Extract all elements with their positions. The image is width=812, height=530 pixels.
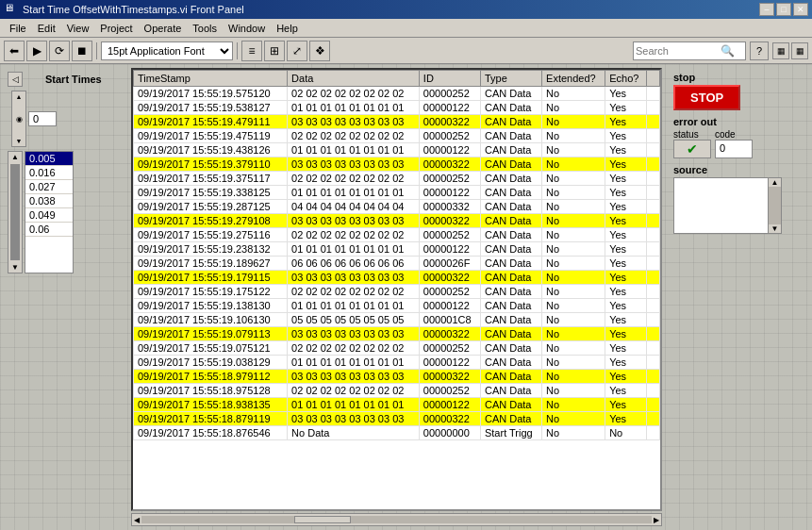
time-item[interactable]: 0.049 bbox=[25, 208, 73, 223]
cell-blank bbox=[647, 271, 660, 285]
cell-id: 00000122 bbox=[419, 101, 480, 115]
table-row[interactable]: 09/19/2017 15:55:19.23813201 01 01 01 01… bbox=[134, 242, 660, 257]
cell-extended: No bbox=[542, 370, 605, 384]
cell-blank bbox=[647, 313, 660, 327]
menu-item-window[interactable]: Window bbox=[223, 21, 271, 36]
time-item[interactable]: 0.06 bbox=[25, 223, 73, 237]
source-scroll-up-icon[interactable]: ▲ bbox=[769, 178, 781, 187]
col-data: Data bbox=[288, 71, 420, 87]
menu-item-operate[interactable]: Operate bbox=[139, 21, 188, 36]
menu-bar: FileEditViewProjectOperateToolsWindowHel… bbox=[0, 19, 812, 38]
cell-extended: No bbox=[542, 271, 605, 285]
table-row[interactable]: 09/19/2017 15:55:19.03812901 01 01 01 01… bbox=[134, 356, 660, 370]
table-row[interactable]: 09/19/2017 15:55:19.37911003 03 03 03 03… bbox=[134, 157, 660, 172]
grid-button-2[interactable]: ▦ bbox=[791, 42, 808, 59]
cell-timestamp: 09/19/2017 15:55:19.475119 bbox=[134, 129, 288, 143]
reorder-button[interactable]: ❖ bbox=[309, 41, 330, 61]
time-item[interactable]: 0.027 bbox=[25, 180, 73, 194]
h-scroll-thumb[interactable] bbox=[294, 516, 351, 523]
scroll-down-icon[interactable]: ▼ bbox=[10, 262, 20, 273]
main-area: ◁ Start Times ▲ ◉ ▼ 0 ▲ ▼ 0.0050.0160.02… bbox=[0, 64, 812, 530]
table-row[interactable]: 09/19/2017 15:55:19.27910803 03 03 03 03… bbox=[134, 214, 660, 228]
menu-item-tools[interactable]: Tools bbox=[187, 21, 223, 36]
table-row[interactable]: 09/19/2017 15:55:19.07512102 02 02 02 02… bbox=[134, 341, 660, 356]
table-row[interactable]: 09/19/2017 15:55:19.18962706 06 06 06 06… bbox=[134, 257, 660, 271]
cell-data: 03 03 03 03 03 03 03 03 bbox=[288, 157, 420, 172]
table-row[interactable]: 09/19/2017 15:55:18.97512802 02 02 02 02… bbox=[134, 384, 660, 398]
cell-data: 04 04 04 04 04 04 04 04 bbox=[288, 200, 420, 214]
cell-timestamp: 09/19/2017 15:55:19.275116 bbox=[134, 228, 288, 242]
table-row[interactable]: 09/19/2017 15:55:19.17911503 03 03 03 03… bbox=[134, 271, 660, 285]
font-selector[interactable]: 15pt Application Font bbox=[101, 41, 233, 60]
cell-blank bbox=[647, 228, 660, 242]
menu-item-file[interactable]: File bbox=[4, 21, 32, 36]
table-row[interactable]: 09/19/2017 15:55:19.27511602 02 02 02 02… bbox=[134, 228, 660, 242]
run-button[interactable]: ▶ bbox=[26, 41, 47, 61]
h-scroll-left-icon[interactable]: ◀ bbox=[132, 516, 141, 524]
initial-value-display[interactable]: 0 bbox=[28, 111, 57, 126]
time-item[interactable]: 0.016 bbox=[25, 166, 73, 180]
table-row[interactable]: 09/19/2017 15:55:19.47511902 02 02 02 02… bbox=[134, 129, 660, 143]
table-row[interactable]: 09/19/2017 15:55:19.43812601 01 01 01 01… bbox=[134, 143, 660, 157]
menu-item-view[interactable]: View bbox=[61, 21, 95, 36]
times-scrollbar[interactable]: ▲ ▼ bbox=[8, 151, 23, 273]
horizontal-scrollbar[interactable]: ◀ ▶ bbox=[131, 513, 662, 526]
table-row[interactable]: 09/19/2017 15:55:18.93813501 01 01 01 01… bbox=[134, 398, 660, 412]
table-row[interactable]: 09/19/2017 15:55:19.13813001 01 01 01 01… bbox=[134, 299, 660, 313]
search-input[interactable] bbox=[636, 45, 721, 57]
cell-extended: No bbox=[542, 157, 605, 172]
table-row[interactable]: 09/19/2017 15:55:18.87911903 03 03 03 03… bbox=[134, 412, 660, 426]
table-row[interactable]: 09/19/2017 15:55:19.53812701 01 01 01 01… bbox=[134, 101, 660, 115]
table-row[interactable]: 09/19/2017 15:55:19.37511702 02 02 02 02… bbox=[134, 172, 660, 186]
source-scroll-down-icon[interactable]: ▼ bbox=[769, 224, 781, 233]
cell-blank bbox=[647, 242, 660, 257]
resize-button[interactable]: ⤢ bbox=[287, 41, 307, 61]
table-row[interactable]: 09/19/2017 15:55:19.57512002 02 02 02 02… bbox=[134, 87, 660, 101]
scroll-up-icon[interactable]: ▲ bbox=[10, 152, 20, 162]
h-scroll-right-icon[interactable]: ▶ bbox=[652, 516, 661, 524]
back-button[interactable]: ⬅ bbox=[4, 41, 25, 61]
abort-button[interactable]: ⏹ bbox=[72, 41, 92, 61]
table-scroll-area[interactable]: TimeStamp Data ID Type Extended? Echo? 0… bbox=[133, 70, 660, 509]
table-row[interactable]: 09/19/2017 15:55:18.97911203 03 03 03 03… bbox=[134, 370, 660, 384]
cell-echo: Yes bbox=[605, 172, 647, 186]
menu-item-edit[interactable]: Edit bbox=[32, 21, 61, 36]
maximize-button[interactable]: □ bbox=[776, 3, 791, 16]
scroll-left-icon[interactable]: ◁ bbox=[8, 72, 23, 87]
stop-button[interactable]: STOP bbox=[673, 85, 740, 110]
minimize-button[interactable]: – bbox=[759, 3, 774, 16]
grid-button-1[interactable]: ▦ bbox=[772, 42, 789, 59]
table-row[interactable]: 09/19/2017 15:55:19.17512202 02 02 02 02… bbox=[134, 285, 660, 299]
cell-data: 02 02 02 02 02 02 02 02 bbox=[288, 87, 420, 101]
table-row[interactable]: 09/19/2017 15:55:19.28712504 04 04 04 04… bbox=[134, 200, 660, 214]
menu-item-project[interactable]: Project bbox=[94, 21, 138, 36]
table-row[interactable]: 09/19/2017 15:55:19.10613005 05 05 05 05… bbox=[134, 313, 660, 327]
source-scrollbar[interactable]: ▲ ▼ bbox=[768, 178, 781, 233]
align-button[interactable]: ≡ bbox=[241, 41, 262, 61]
distribute-button[interactable]: ⊞ bbox=[264, 41, 285, 61]
cell-echo: Yes bbox=[605, 186, 647, 200]
close-button[interactable]: ✕ bbox=[793, 3, 808, 16]
cell-data: No Data bbox=[288, 426, 420, 440]
knob-area: ▲ ◉ ▼ bbox=[11, 91, 26, 147]
cell-extended: No bbox=[542, 299, 605, 313]
time-item[interactable]: 0.038 bbox=[25, 194, 73, 208]
cell-extended: No bbox=[542, 426, 605, 440]
menu-item-help[interactable]: Help bbox=[271, 21, 304, 36]
source-label: source bbox=[673, 164, 804, 175]
error-row: status ✔ code 0 bbox=[673, 129, 804, 158]
cell-blank bbox=[647, 356, 660, 370]
time-item[interactable]: 0.005 bbox=[25, 152, 73, 166]
cell-data: 03 03 03 03 03 03 03 03 bbox=[288, 412, 420, 426]
app-icon: 🖥 bbox=[4, 2, 19, 17]
table-row[interactable]: 09/19/2017 15:55:19.33812501 01 01 01 01… bbox=[134, 186, 660, 200]
run-cont-button[interactable]: ⟳ bbox=[49, 41, 70, 61]
cell-id: 00000322 bbox=[419, 157, 480, 172]
table-row[interactable]: 09/19/2017 15:55:19.07911303 03 03 03 03… bbox=[134, 327, 660, 341]
cell-timestamp: 09/19/2017 15:55:19.438126 bbox=[134, 143, 288, 157]
help-button[interactable]: ? bbox=[750, 41, 769, 60]
table-row[interactable]: 09/19/2017 15:55:19.47911103 03 03 03 03… bbox=[134, 115, 660, 129]
table-row[interactable]: 09/19/2017 15:55:18.876546No Data0000000… bbox=[134, 426, 660, 440]
cell-echo: Yes bbox=[605, 101, 647, 115]
cell-data: 01 01 01 01 01 01 01 01 bbox=[288, 398, 420, 412]
